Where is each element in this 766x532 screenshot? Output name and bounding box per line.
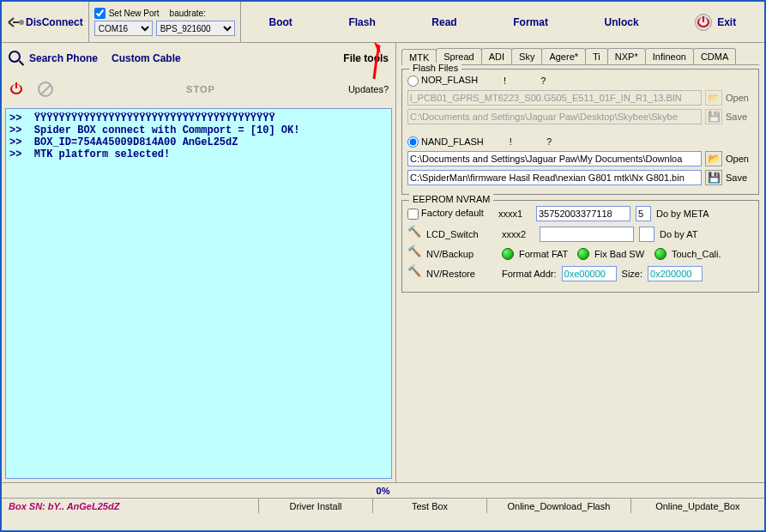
format-button[interactable]: Format [513, 16, 548, 28]
format-fat-button[interactable]: Format FAT [519, 249, 572, 259]
format-addr-input[interactable] [562, 266, 617, 281]
fix-bad-sw-button[interactable]: Fix Bad SW [594, 249, 649, 259]
set-new-port-checkbox[interactable] [94, 8, 106, 19]
progress-bar: 0% [2, 482, 764, 498]
set-new-port-label: Set New Port [109, 9, 160, 18]
nand-path-1[interactable] [407, 151, 702, 166]
green-dot-icon[interactable] [654, 248, 666, 260]
tab-sky[interactable]: Sky [511, 48, 542, 64]
eeprom-group: EEPROM NVRAM Factory default xxxx1 Do by… [401, 200, 759, 293]
eeprom-title: EEPROM NVRAM [409, 194, 493, 204]
lcd-switch-button[interactable]: LCD_Switch [426, 229, 497, 239]
do-by-meta-button[interactable]: Do by META [656, 209, 709, 219]
svg-point-0 [19, 20, 24, 25]
online-update-button[interactable]: Online_Update_Box [631, 499, 764, 513]
touch-cali-button[interactable]: Touch_Cali. [672, 249, 721, 259]
factory-default-checkbox[interactable] [407, 209, 419, 220]
tab-agere[interactable]: Agere* [541, 48, 586, 64]
nand-open-button[interactable]: Open [726, 154, 753, 164]
nor-open-button: Open [726, 93, 753, 103]
xxxx1-label: xxxx1 [498, 209, 531, 219]
custom-cable-button[interactable]: Custom Cable [112, 52, 181, 64]
file-tools-button[interactable]: File tools [343, 52, 389, 64]
nand-save-button[interactable]: Save [726, 172, 753, 183]
xxxx1-n-input[interactable] [636, 206, 651, 221]
exit-button[interactable]: Exit [717, 16, 736, 28]
save-icon[interactable] [705, 170, 722, 185]
open-icon [705, 90, 722, 106]
tab-ti[interactable]: Ti [585, 48, 608, 64]
hammer-icon [407, 267, 421, 281]
log-area: >> ŸŸŸŸŸŸŸŸŸŸŸŸŸŸŸŸŸŸŸŸŸŸŸŸŸŸŸŸŸŸŸŸŸŸŸŸŸ… [5, 108, 392, 479]
xxxx2-label: xxxx2 [502, 229, 534, 239]
flash-button[interactable]: Flash [348, 16, 375, 28]
stop-button[interactable]: STOP [186, 84, 215, 94]
xxxx2-n-input[interactable] [639, 227, 654, 242]
tab-infineon[interactable]: Infineon [645, 48, 694, 64]
xxxx1-input[interactable] [536, 206, 630, 221]
progress-label: 0% [377, 486, 390, 496]
unlock-button[interactable]: Unlock [605, 16, 639, 28]
nand-flash-radio[interactable] [407, 136, 419, 148]
format-addr-label: Format Addr: [502, 269, 557, 279]
hammer-icon [407, 227, 421, 241]
nor-flash-radio[interactable] [407, 76, 419, 87]
do-by-at-button[interactable]: Do by AT [660, 229, 697, 239]
green-dot-icon[interactable] [502, 248, 514, 260]
driver-install-button[interactable]: Driver Install [259, 499, 373, 513]
flash-files-title: Flash Files [409, 63, 461, 73]
boot-button[interactable]: Boot [268, 16, 292, 28]
search-icon [9, 51, 24, 66]
baudrate-label: baudrate: [170, 9, 206, 18]
nv-restore-button[interactable]: NV/Restore [426, 269, 497, 279]
nand-path-2[interactable] [407, 170, 702, 185]
no-icon[interactable] [38, 82, 53, 97]
open-icon[interactable] [705, 151, 722, 166]
online-download-button[interactable]: Online_Download_Flash [487, 499, 631, 513]
tab-nxp[interactable]: NXP* [607, 48, 646, 64]
tab-cdma[interactable]: CDMA [693, 48, 736, 64]
box-sn-label: Box SN: bY.. AnGeL25dZ [2, 499, 259, 513]
size-label: Size: [622, 269, 642, 279]
baud-select[interactable]: BPS_921600 [156, 21, 235, 36]
hammer-icon [407, 247, 421, 261]
tab-adi[interactable]: ADI [481, 48, 512, 64]
xxxx2-input[interactable] [540, 227, 634, 242]
nor-save-button: Save [726, 112, 753, 122]
updates-link[interactable]: Updates? [348, 84, 389, 94]
nor-path-2 [407, 109, 702, 124]
save-icon [705, 109, 722, 124]
disconnect-button[interactable]: DisConnect [26, 16, 83, 28]
power-small-icon[interactable] [9, 82, 24, 97]
power-icon[interactable] [695, 14, 712, 31]
nor-path-1 [407, 90, 702, 106]
size-input[interactable] [648, 266, 703, 281]
port-select[interactable]: COM16 [94, 21, 153, 36]
read-button[interactable]: Read [431, 16, 456, 28]
green-dot-icon[interactable] [577, 248, 589, 260]
nv-backup-button[interactable]: NV/Backup [426, 249, 497, 259]
flash-files-group: Flash Files NOR_FLASH ! ? Open Save NAND… [401, 69, 759, 195]
connect-icon [7, 15, 26, 29]
test-box-button[interactable]: Test Box [373, 499, 487, 513]
search-phone-button[interactable]: Search Phone [29, 52, 98, 64]
